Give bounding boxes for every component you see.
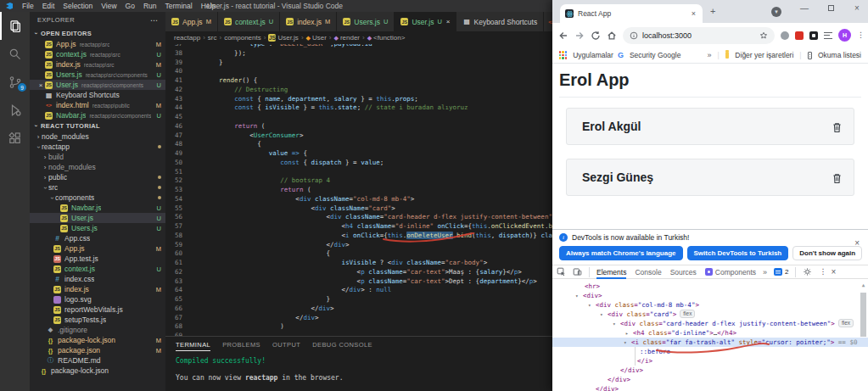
devtools-tab-sources[interactable]: Sources: [670, 265, 697, 279]
browser-tab-react-app[interactable]: React App ×: [560, 4, 703, 23]
workspace-section-header[interactable]: › REACT TUTORIAL: [30, 120, 165, 131]
window-minimize-button[interactable]: —: [792, 0, 816, 15]
explorer-more-actions-icon[interactable]: ⋯: [150, 16, 158, 25]
file-setupTests.js[interactable]: JSsetupTests.js: [30, 315, 165, 325]
window-close-button[interactable]: ×: [845, 0, 868, 15]
tab-close-icon[interactable]: ×: [446, 18, 451, 25]
bookmark-apps[interactable]: Uygulamalar: [573, 51, 613, 59]
expand-arrow-icon[interactable]: ▾: [588, 300, 591, 310]
extension-icon[interactable]: [795, 31, 804, 40]
open-editor-App.js[interactable]: JSApp.jsreactapp\srcM: [30, 39, 165, 49]
collapse-arrow-icon[interactable]: ▸: [625, 328, 629, 338]
flex-badge[interactable]: flex: [838, 319, 854, 327]
breadcrumb-item[interactable]: ◆User: [306, 34, 327, 42]
new-tab-button[interactable]: +: [710, 6, 715, 16]
editor-tab-Users.js[interactable]: JSUsers.jsU: [337, 12, 395, 31]
tab-close-icon[interactable]: ×: [690, 9, 697, 18]
more-tabs-icon[interactable]: »: [763, 268, 767, 276]
file-context.js[interactable]: JScontext.jsU: [30, 264, 165, 274]
devtools-close-icon[interactable]: ×: [831, 267, 836, 276]
breadcrumb-item[interactable]: src: [208, 34, 217, 42]
close-icon[interactable]: ×: [36, 81, 45, 89]
dom-node[interactable]: </div>: [552, 384, 868, 391]
scroll-up-icon[interactable]: ▲: [860, 280, 867, 289]
devtools-menu-icon[interactable]: ⋮: [819, 271, 824, 273]
notif-button-don-t-show-again[interactable]: Don't show again: [792, 246, 862, 260]
open-editor-index.html[interactable]: <>index.htmlreactapp\publicM: [30, 100, 165, 110]
activity-explorer-icon[interactable]: [0, 12, 30, 40]
notif-button-switch-devtools-to-turkish[interactable]: Switch DevTools to Turkish: [687, 246, 789, 260]
dom-node[interactable]: ▾<div class="col-md-8 mb-4">: [552, 300, 868, 310]
activity-extensions-icon[interactable]: [0, 124, 30, 152]
console-messages-badge[interactable]: 2: [774, 268, 788, 276]
inspect-element-icon[interactable]: [557, 267, 566, 276]
breadcrumb-item[interactable]: reactapp: [174, 34, 200, 42]
open-editor-User.js[interactable]: ×JSUser.jsreactapp\src\componentsU: [30, 80, 165, 90]
dom-node[interactable]: ▾<div class="card">flex: [552, 310, 868, 319]
open-editor-index.js[interactable]: JSindex.jsreactapp\srcM: [30, 59, 165, 70]
activity-run-debug-icon[interactable]: [0, 96, 30, 124]
activity-source-control-icon[interactable]: 9: [0, 68, 30, 96]
back-button[interactable]: [558, 31, 568, 41]
breadcrumb-item[interactable]: JSUser.js: [268, 34, 298, 42]
dom-node[interactable]: ▾<i class="far fa-trash-alt" style="curs…: [552, 338, 868, 347]
file-index.js[interactable]: JSindex.jsM: [30, 284, 165, 294]
notif-button-always-match-chrome-s-language[interactable]: Always match Chrome's language: [559, 246, 683, 260]
bookmark-reading-list[interactable]: Okuma listesi: [818, 51, 861, 59]
trash-icon[interactable]: [832, 121, 842, 132]
devtools-tab-elements[interactable]: Elements: [596, 265, 626, 279]
file-package-lock.json[interactable]: {}package-lock.jsonM: [30, 335, 165, 345]
forward-button[interactable]: [574, 31, 585, 41]
extension-icon[interactable]: [781, 31, 789, 40]
dom-node[interactable]: </div>: [552, 366, 868, 375]
expand-arrow-icon[interactable]: ▾: [613, 319, 616, 328]
file-User.js[interactable]: JSUser.jsU: [30, 213, 165, 223]
editor-tab-context.js[interactable]: JScontext.jsU: [218, 12, 280, 31]
file-README.md[interactable]: ⓘREADME.md: [30, 355, 165, 366]
chrome-menu-icon[interactable]: ⋮: [857, 34, 862, 36]
scrollbar[interactable]: ▲: [860, 280, 867, 391]
user-name[interactable]: Sezgi Güneş: [582, 170, 653, 184]
editor-tab-User.js[interactable]: JSUser.jsU×: [395, 12, 456, 31]
breadcrumb-item[interactable]: components: [224, 34, 261, 42]
tab-search-button[interactable]: ▼: [771, 7, 781, 17]
file-public[interactable]: ›public: [30, 172, 165, 182]
url-text[interactable]: localhost:3000: [642, 31, 755, 40]
open-editor-Navbar.js[interactable]: JSNavbar.jsreactapp\src\componentsU: [30, 110, 165, 120]
editor-tab-Keyboard Shortcuts[interactable]: ▤Keyboard Shortcuts: [456, 12, 544, 31]
expand-arrow-icon[interactable]: ▾: [600, 310, 603, 319]
file-reportWebVitals.js[interactable]: JSreportWebVitals.js: [30, 304, 165, 315]
dom-node[interactable]: ::before: [552, 347, 868, 356]
dom-node[interactable]: ▾<div>: [552, 291, 868, 300]
file-node_modules[interactable]: ›node_modules: [30, 131, 165, 142]
user-name[interactable]: Erol Akgül: [582, 120, 641, 133]
open-editor-Keyboard Shortcuts[interactable]: ▤Keyboard Shortcuts: [30, 90, 165, 100]
open-editors-section-header[interactable]: › OPEN EDITORS: [30, 28, 165, 39]
file-src[interactable]: ›src: [30, 182, 165, 193]
dom-node[interactable]: <hr>: [552, 282, 868, 291]
open-editor-Users.js[interactable]: JSUsers.jsreactapp\src\componentsU: [30, 70, 165, 80]
file-App.test.js[interactable]: JSApp.test.js: [30, 254, 165, 264]
file-build[interactable]: ›build: [30, 152, 165, 162]
file-Navbar.js[interactable]: JSNavbar.jsU: [30, 203, 165, 213]
file-package-lock.json[interactable]: {}package-lock.json: [30, 366, 165, 376]
window-maximize-button[interactable]: [819, 0, 843, 15]
file-Users.js[interactable]: JSUsers.jsU: [30, 223, 165, 233]
panel-tab-debug-console[interactable]: DEBUG CONSOLE: [312, 338, 372, 350]
address-bar[interactable]: localhost:3000: [623, 27, 775, 44]
panel-tab-output[interactable]: OUTPUT: [272, 338, 300, 350]
panel-tab-terminal[interactable]: TERMINAL: [176, 338, 210, 351]
file-reactapp[interactable]: ›reactapp: [30, 142, 165, 152]
file-logo.svg[interactable]: logo.svg: [30, 294, 165, 304]
breadcrumb-item[interactable]: ◆<function>: [367, 34, 406, 42]
file-index.css[interactable]: #index.css: [30, 274, 165, 284]
notification-close-icon[interactable]: ×: [854, 238, 860, 248]
dom-node[interactable]: ▸<h4 class="d-inline">…</h4>: [552, 328, 868, 338]
file-.gitignore[interactable]: ◆.gitignore: [30, 325, 165, 335]
editor-tab-index.js[interactable]: JSindex.jsM: [280, 12, 337, 31]
dom-node[interactable]: </div>: [552, 375, 868, 384]
profile-avatar[interactable]: H: [838, 29, 851, 42]
devtools-tab-console[interactable]: Console: [635, 265, 661, 279]
scrollbar-thumb[interactable]: [860, 293, 866, 337]
bookmark-star-icon[interactable]: [759, 31, 768, 40]
